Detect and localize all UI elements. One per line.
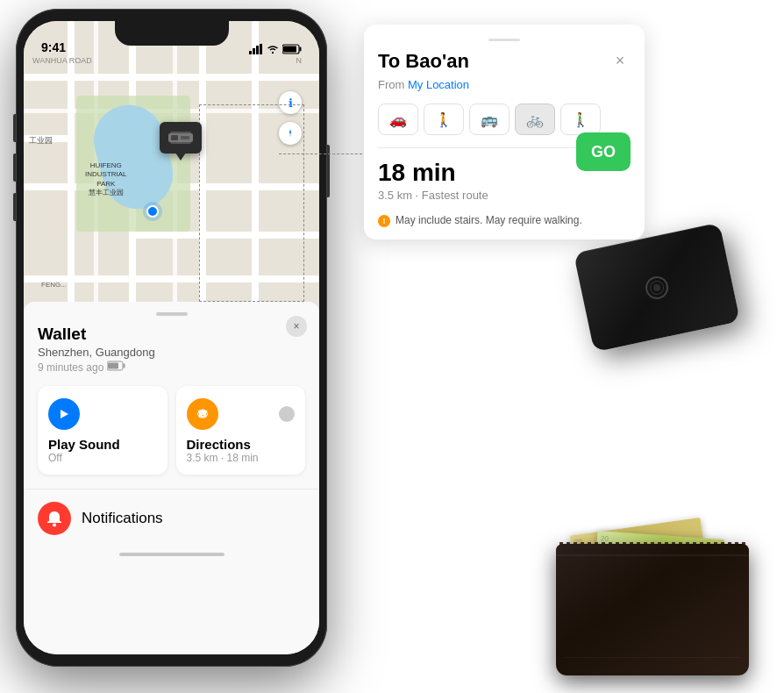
svg-marker-14 [61, 410, 68, 418]
directions-card-small[interactable]: Directions 3.5 km · 18 min [176, 386, 306, 475]
notifications-row[interactable]: Notifications [38, 502, 305, 535]
transport-bike[interactable]: 🚲 [515, 104, 555, 135]
directions-time: 18 min [378, 159, 488, 187]
map-selection-box [199, 104, 304, 302]
directions-dot [279, 406, 295, 422]
device-location: Shenzhen, Guangdong [38, 346, 305, 359]
svg-point-18 [53, 524, 56, 527]
bottom-sheet: × Wallet Shenzhen, Guangdong 9 minutes a… [24, 302, 319, 654]
svg-rect-12 [124, 364, 125, 368]
directions-title: To Bao'an [378, 50, 469, 73]
battery-level-icon [107, 361, 126, 374]
sheet-handle [156, 312, 188, 316]
device-name: Wallet [38, 325, 305, 344]
notch [115, 21, 229, 46]
directions-icon [187, 398, 218, 430]
transport-walk[interactable]: 🚶 [424, 104, 464, 135]
sheet-close-button[interactable]: × [286, 316, 307, 337]
card-handle [488, 39, 520, 41]
home-indicator [119, 553, 225, 556]
play-sound-status: Off [48, 452, 157, 464]
signal-icon [249, 44, 263, 54]
transport-transit[interactable]: 🚌 [469, 104, 510, 135]
divider-1 [24, 489, 319, 489]
svg-rect-13 [108, 363, 118, 369]
park-label: HUIFENGINDUSTRIALPARK慧丰工业园 [85, 161, 127, 198]
svg-rect-10 [181, 136, 189, 139]
directions-label: Directions [187, 437, 296, 452]
status-time: 9:41 [41, 40, 66, 54]
wifi-icon [267, 44, 279, 54]
go-button[interactable]: GO [576, 132, 631, 171]
my-location-link[interactable]: My Location [408, 78, 469, 91]
battery-icon [282, 44, 302, 54]
svg-rect-6 [283, 46, 296, 53]
svg-rect-2 [256, 46, 259, 54]
area-label-1: 工业园 [29, 135, 53, 146]
play-sound-icon [48, 398, 80, 430]
directions-close-button[interactable]: × [609, 50, 631, 71]
directions-warning: ! May include stairs. May require walkin… [378, 214, 631, 227]
notifications-icon [38, 502, 71, 535]
road-label-3: FENG... [41, 281, 67, 289]
wallet-main [556, 544, 749, 675]
phone: 9:41 [16, 9, 327, 675]
tracker-device [574, 223, 740, 353]
device-time: 9 minutes ago [38, 361, 305, 374]
warning-icon: ! [378, 215, 390, 227]
actions-row: Play Sound Off [38, 386, 305, 475]
transport-modes: 🚗 🚶 🚌 🚲 🚶‍♂️ [378, 104, 631, 135]
svg-rect-1 [253, 48, 255, 54]
directions-distance: 3.5 km · Fastest route [378, 189, 488, 202]
svg-rect-9 [171, 135, 178, 140]
svg-rect-5 [300, 47, 302, 52]
transport-pedestrian[interactable]: 🚶‍♂️ [560, 104, 601, 135]
play-sound-card[interactable]: Play Sound Off [38, 386, 167, 475]
notifications-label: Notifications [82, 510, 163, 527]
svg-rect-3 [260, 44, 262, 54]
current-location-dot [146, 205, 159, 218]
wallet-map-pin[interactable] [160, 122, 202, 154]
tracker-logo [649, 279, 666, 296]
svg-rect-0 [249, 51, 252, 54]
map-area: WANHUA ROAD N 工业园 HUIFENGINDUSTRIALPARK慧… [24, 21, 319, 311]
play-sound-label: Play Sound [48, 437, 157, 452]
directions-header: To Bao'an × [378, 50, 631, 73]
wallet-photo: 20 20 20 20 [547, 522, 758, 675]
phone-screen: 9:41 [24, 21, 319, 654]
directions-sub: 3.5 km · 18 min [187, 452, 296, 464]
status-icons [249, 44, 302, 54]
phone-body: 9:41 [16, 9, 327, 667]
directions-from: From My Location [378, 78, 631, 91]
transport-car[interactable]: 🚗 [378, 104, 418, 135]
directions-card: To Bao'an × From My Location 🚗 🚶 🚌 🚲 🚶‍♂… [364, 25, 645, 239]
